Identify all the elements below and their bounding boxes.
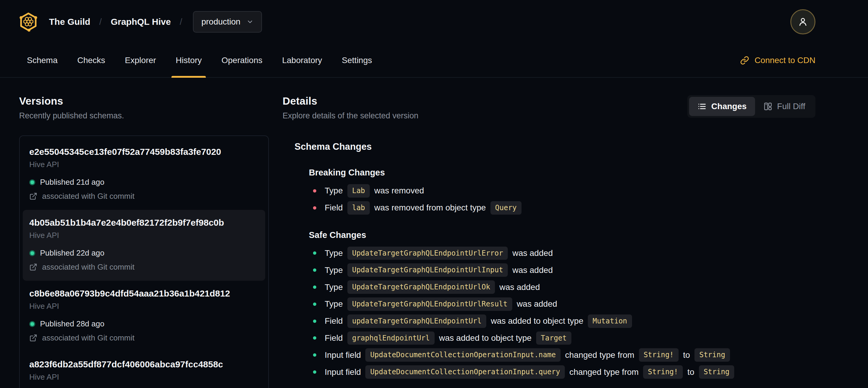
breadcrumb-project[interactable]: GraphQL Hive [111,17,171,27]
breadcrumb-org[interactable]: The Guild [49,17,90,27]
change-item: Input fieldUpdateDocumentCollectionOpera… [309,348,815,362]
breadcrumb-separator: / [99,17,101,27]
version-published-row: Published 22d ago [29,248,259,258]
version-card[interactable]: 4b05ab51b1b4a7e2e4b0ef82172f2b9f7ef98c0b… [23,210,265,281]
change-content: FieldgraphqlEndpointUrlwas added to obje… [325,331,571,345]
user-icon [797,16,809,28]
bullet-icon [313,268,316,272]
bullet-icon [313,370,316,374]
change-text: Input field [325,350,361,360]
code-badge: UpdateDocumentCollectionOperationInput.n… [365,348,560,362]
code-badge: Query [491,201,522,215]
version-service: Hive API [29,302,259,311]
change-group: Safe Changes TypeUpdateTargetGraphQLEndp… [283,230,815,379]
change-item: TypeUpdateTargetGraphQLEndpointUrlOkwas … [309,280,815,294]
code-badge: String [694,348,730,362]
versions-panel: Versions Recently published schemas. e2e… [19,95,269,388]
external-link-icon [29,334,37,342]
bullet-icon [313,251,316,255]
tab-schema[interactable]: Schema [19,43,65,77]
schema-changes-title: Schema Changes [294,141,815,152]
version-service: Hive API [29,231,259,240]
change-content: TypeUpdateTargetGraphQLEndpointUrlResult… [325,297,557,311]
change-text: changed type from [569,367,639,377]
version-published-label: Published 28d ago [40,319,104,329]
details-title: Details [283,95,418,107]
tab-checks[interactable]: Checks [70,43,113,77]
change-content: TypeLabwas removed [325,184,424,198]
tab-settings[interactable]: Settings [334,43,380,77]
tab-bar: Schema Checks Explorer History Operation… [0,43,868,78]
tabs: Schema Checks Explorer History Operation… [19,43,384,77]
version-hash: c8b6e88a06793b9c4dfd54aaa21b36a1b421d812 [29,289,259,299]
version-git-link[interactable]: associated with Git commit [29,263,259,272]
change-item: TypeUpdateTargetGraphQLEndpointUrlResult… [309,297,815,311]
code-badge: UpdateTargetGraphQLEndpointUrlResult [347,297,512,311]
change-group-title: Breaking Changes [309,168,815,178]
change-content: FieldupdateTargetGraphQLEndpointUrlwas a… [325,315,632,328]
tab-explorer[interactable]: Explorer [117,43,164,77]
bullet-icon [313,353,316,357]
change-item: Fieldlabwas removed from object typeQuer… [309,201,815,215]
version-git-link[interactable]: associated with Git commit [29,191,259,201]
code-badge: String! [639,348,679,362]
change-item: FieldgraphqlEndpointUrlwas added to obje… [309,331,815,345]
tab-history[interactable]: History [168,43,209,77]
version-git-link[interactable]: associated with Git commit [29,333,259,342]
full-diff-view-label: Full Diff [777,101,805,111]
tab-laboratory[interactable]: Laboratory [274,43,330,77]
version-card[interactable]: e2e55045345ce13fe07f52a77459b83fa3fe7020… [23,139,265,210]
change-text: was removed [374,186,424,196]
code-badge: String [699,365,735,379]
code-badge: graphqlEndpointUrl [347,331,435,345]
versions-title: Versions [19,95,269,107]
published-status-dot [29,179,35,185]
code-badge: updateTargetGraphQLEndpointUrl [347,315,486,328]
change-text: Field [325,316,343,326]
change-text: was added [517,299,557,309]
bullet-icon [313,302,316,306]
version-published-row: Published 21d ago [29,178,259,187]
version-hash: 4b05ab51b1b4a7e2e4b0ef82172f2b9f7ef98c0b [29,218,259,228]
change-item: TypeUpdateTargetGraphQLEndpointUrlInputw… [309,263,815,277]
version-hash: e2e55045345ce13fe07f52a77459b83fa3fe7020 [29,147,259,157]
change-text: Type [325,265,343,275]
link-icon [740,56,749,65]
version-card[interactable]: c8b6e88a06793b9c4dfd54aaa21b36a1b421d812… [23,281,265,352]
change-item: Input fieldUpdateDocumentCollectionOpera… [309,365,815,379]
tab-operations[interactable]: Operations [214,43,270,77]
change-text: changed type from [565,350,634,360]
version-published-row: Published 28d ago [29,319,259,329]
details-panel: Details Explore details of the selected … [283,95,815,388]
changes-view-button[interactable]: Changes [689,97,755,116]
code-badge: UpdateDocumentCollectionOperationInput.q… [365,365,565,379]
change-content: Input fieldUpdateDocumentCollectionOpera… [325,365,734,379]
version-service: Hive API [29,372,259,382]
version-list: e2e55045345ce13fe07f52a77459b83fa3fe7020… [19,136,269,388]
change-text: was added to object type [491,316,583,326]
change-group: Breaking Changes TypeLabwas removed Fiel… [283,168,815,215]
user-avatar[interactable] [790,9,815,34]
connect-to-cdn-label: Connect to CDN [754,56,815,65]
version-card[interactable]: a823f6db2a55df877dcf406006abca97fcc4858c… [23,352,265,388]
change-text: was added to object type [439,333,532,343]
connect-to-cdn-link[interactable]: Connect to CDN [740,43,815,77]
top-bar: The Guild / GraphQL Hive / production [0,0,868,43]
external-link-icon [29,263,37,271]
change-item: TypeUpdateTargetGraphQLEndpointUrlErrorw… [309,247,815,260]
target-selector[interactable]: production [193,11,262,33]
version-hash: a823f6db2a55df877dcf406006abca97fcc4858c [29,359,259,369]
change-content: TypeUpdateTargetGraphQLEndpointUrlInputw… [325,263,553,277]
code-badge: UpdateTargetGraphQLEndpointUrlOk [347,280,495,294]
change-item: TypeLabwas removed [309,184,815,198]
hive-logo-icon[interactable] [19,12,38,32]
main-content: Versions Recently published schemas. e2e… [0,78,868,388]
change-text: was removed from object type [374,203,486,212]
change-text: Type [325,282,343,292]
full-diff-view-button[interactable]: Full Diff [755,97,814,116]
change-text: Type [325,248,343,258]
external-link-icon [29,192,37,200]
change-content: Fieldlabwas removed from object typeQuer… [325,201,522,215]
change-list: TypeLabwas removed Fieldlabwas removed f… [309,184,815,215]
change-content: TypeUpdateTargetGraphQLEndpointUrlErrorw… [325,247,553,260]
